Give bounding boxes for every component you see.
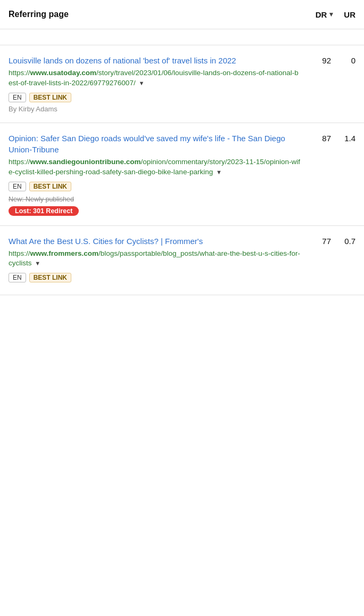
page-url[interactable]: https://www.frommers.com/blogs/passporta… — [9, 249, 301, 269]
status-lost: Lost: 301 Redirect — [9, 206, 79, 216]
ur-header: UR — [344, 10, 355, 19]
row-metrics: 77 0.7 — [308, 236, 355, 246]
ur-value: 0.7 — [341, 237, 355, 246]
url-domain: www.frommers.com — [30, 249, 99, 257]
row-content: What Are the Best U.S. Cities for Cyclis… — [9, 236, 308, 286]
tags-row: EN BEST LINK — [9, 273, 301, 282]
status-lost-line: Lost: 301 Redirect — [9, 204, 301, 216]
table-header: Referring page DR ▼ UR — [0, 0, 364, 29]
lang-tag: EN — [9, 273, 26, 282]
lang-tag: EN — [9, 182, 26, 191]
url-domain: www.usatoday.com — [30, 69, 97, 77]
page-title-link[interactable]: Opinion: Safer San Diego roads would've … — [9, 133, 301, 155]
ur-value: 1.4 — [341, 134, 355, 143]
metrics-header: DR ▼ UR — [308, 10, 355, 19]
status-new: New: Newly published — [9, 196, 74, 203]
table-row: Opinion: Safer San Diego roads would've … — [0, 123, 364, 226]
table-row: Louisville lands on dozens of national '… — [0, 45, 364, 123]
dr-value: 92 — [316, 56, 331, 65]
url-dropdown-icon[interactable]: ▼ — [35, 260, 40, 266]
dr-header[interactable]: DR ▼ — [316, 10, 335, 19]
spacer — [0, 29, 364, 45]
row-content: Opinion: Safer San Diego roads would've … — [9, 133, 308, 216]
lang-tag: EN — [9, 93, 26, 102]
dr-value: 87 — [316, 134, 331, 143]
tags-row: EN BEST LINK — [9, 182, 301, 191]
best-link-tag: BEST LINK — [29, 182, 71, 191]
row-content: Louisville lands on dozens of national '… — [9, 55, 308, 113]
row-metrics: 92 0 — [308, 55, 355, 65]
table-row: What Are the Best U.S. Cities for Cyclis… — [0, 226, 364, 296]
url-dropdown-icon[interactable]: ▼ — [216, 169, 222, 175]
url-dropdown-icon[interactable]: ▼ — [138, 80, 144, 86]
page-title-link[interactable]: Louisville lands on dozens of national '… — [9, 55, 301, 66]
dr-value: 77 — [316, 237, 331, 246]
referring-page-header: Referring page — [9, 10, 308, 19]
best-link-tag: BEST LINK — [29, 273, 71, 282]
best-link-tag: BEST LINK — [29, 93, 71, 102]
status-new-line: New: Newly published — [9, 194, 301, 203]
tags-row: EN BEST LINK — [9, 93, 301, 102]
sort-icon: ▼ — [328, 11, 334, 18]
ur-value: 0 — [341, 56, 355, 65]
url-domain: www.sandiegouniontribune.com — [30, 158, 141, 166]
row-metrics: 87 1.4 — [308, 133, 355, 143]
page-url[interactable]: https://www.usatoday.com/story/travel/20… — [9, 68, 301, 88]
author-line: By Kirby Adams — [9, 105, 301, 113]
page-url[interactable]: https://www.sandiegouniontribune.com/opi… — [9, 157, 301, 177]
page-title-link[interactable]: What Are the Best U.S. Cities for Cyclis… — [9, 236, 301, 247]
